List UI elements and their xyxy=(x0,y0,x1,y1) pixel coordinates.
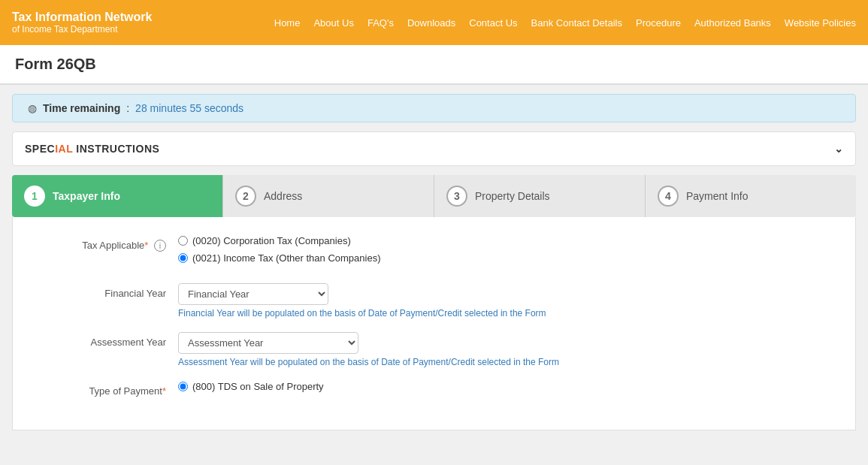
financial-year-select[interactable]: Financial Year xyxy=(178,283,328,305)
logo-line2: of Income Tax Department xyxy=(12,24,177,35)
financial-year-help: Financial Year will be populated on the … xyxy=(178,308,840,319)
required-marker: * xyxy=(144,240,148,251)
nav-procedure[interactable]: Procedure xyxy=(636,17,681,29)
step-3-number: 3 xyxy=(446,186,467,207)
step-property-details[interactable]: 3 Property Details xyxy=(434,175,646,217)
step-taxpayer-info[interactable]: 1 Taxpayer Info xyxy=(12,175,223,217)
tax-option-income: (0021) Income Tax (Other than Companies) xyxy=(178,252,840,264)
step-4-number: 4 xyxy=(658,186,679,207)
step-2-number: 2 xyxy=(235,186,256,207)
assessment-year-help: Assessment Year will be populated on the… xyxy=(178,357,840,367)
type-of-payment-control: (800) TDS on Sale of Property xyxy=(178,381,840,398)
step-1-number: 1 xyxy=(24,186,45,207)
assessment-year-label: Assessment Year xyxy=(28,332,178,348)
tax-radio-0020[interactable] xyxy=(178,236,188,246)
step-3-label: Property Details xyxy=(475,190,550,202)
tax-option-corporation-label: (0020) Corporation Tax (Companies) xyxy=(192,235,351,246)
clock-icon: ◍ xyxy=(28,102,37,114)
tax-applicable-label: Tax Applicable* i xyxy=(28,235,178,252)
special-instructions-toggle[interactable]: SPECIAL INSTRUCTIONS ⌄ xyxy=(12,131,856,166)
nav-contact[interactable]: Contact Us xyxy=(469,17,517,29)
type-of-payment-row: Type of Payment* (800) TDS on Sale of Pr… xyxy=(28,381,840,398)
site-header: Tax Information Network of Income Tax De… xyxy=(0,0,868,45)
step-address[interactable]: 2 Address xyxy=(223,175,434,217)
tax-applicable-options: (0020) Corporation Tax (Companies) (0021… xyxy=(178,235,840,270)
timer-label: Time remaining xyxy=(43,102,120,114)
page-title-bar: Form 26QB xyxy=(0,45,868,85)
nav-faqs[interactable]: FAQ's xyxy=(367,17,394,29)
step-payment-info[interactable]: 4 Payment Info xyxy=(646,175,856,217)
financial-year-label: Financial Year xyxy=(28,283,178,299)
assessment-year-select[interactable]: Assessment Year xyxy=(178,332,358,354)
nav-about[interactable]: About Us xyxy=(313,17,353,29)
site-logo: Tax Information Network of Income Tax De… xyxy=(12,11,177,35)
special-instructions-label: SPECIAL INSTRUCTIONS xyxy=(25,143,159,155)
tax-radio-0021[interactable] xyxy=(178,253,188,263)
type-of-payment-label: Type of Payment* xyxy=(28,381,178,397)
main-nav: Home About Us FAQ's Downloads Contact Us… xyxy=(274,17,856,29)
payment-type-option: (800) TDS on Sale of Property xyxy=(178,381,840,392)
page-title: Form 26QB xyxy=(15,56,853,73)
required-marker-payment: * xyxy=(162,385,166,397)
step-1-label: Taxpayer Info xyxy=(53,190,120,202)
assessment-year-control: Assessment Year Assessment Year will be … xyxy=(178,332,840,367)
tax-option-corporation: (0020) Corporation Tax (Companies) xyxy=(178,235,840,246)
tax-option-income-label: (0021) Income Tax (Other than Companies) xyxy=(192,252,381,264)
nav-downloads[interactable]: Downloads xyxy=(407,17,455,29)
timer-value: 28 minutes 55 seconds xyxy=(135,102,243,114)
chevron-down-icon: ⌄ xyxy=(834,143,844,155)
payment-type-label: (800) TDS on Sale of Property xyxy=(192,381,324,392)
nav-website-policies[interactable]: Website Policies xyxy=(785,17,856,29)
financial-year-row: Financial Year Financial Year Financial … xyxy=(28,283,840,319)
payment-radio-800[interactable] xyxy=(178,382,188,391)
form-section: Tax Applicable* i (0020) Corporation Tax… xyxy=(12,217,856,430)
step-2-label: Address xyxy=(264,190,302,202)
nav-home[interactable]: Home xyxy=(274,17,301,29)
info-icon[interactable]: i xyxy=(154,240,166,252)
financial-year-control: Financial Year Financial Year will be po… xyxy=(178,283,840,319)
nav-authorized-banks[interactable]: Authorized Banks xyxy=(694,17,771,29)
tax-applicable-row: Tax Applicable* i (0020) Corporation Tax… xyxy=(28,235,840,270)
step-4-label: Payment Info xyxy=(686,190,749,202)
logo-line1: Tax Information Network xyxy=(12,11,177,24)
timer-bar: ◍ Time remaining : 28 minutes 55 seconds xyxy=(12,94,856,122)
steps-bar: 1 Taxpayer Info 2 Address 3 Property Det… xyxy=(12,175,856,217)
assessment-year-row: Assessment Year Assessment Year Assessme… xyxy=(28,332,840,367)
nav-bank-contact[interactable]: Bank Contact Details xyxy=(531,17,622,29)
